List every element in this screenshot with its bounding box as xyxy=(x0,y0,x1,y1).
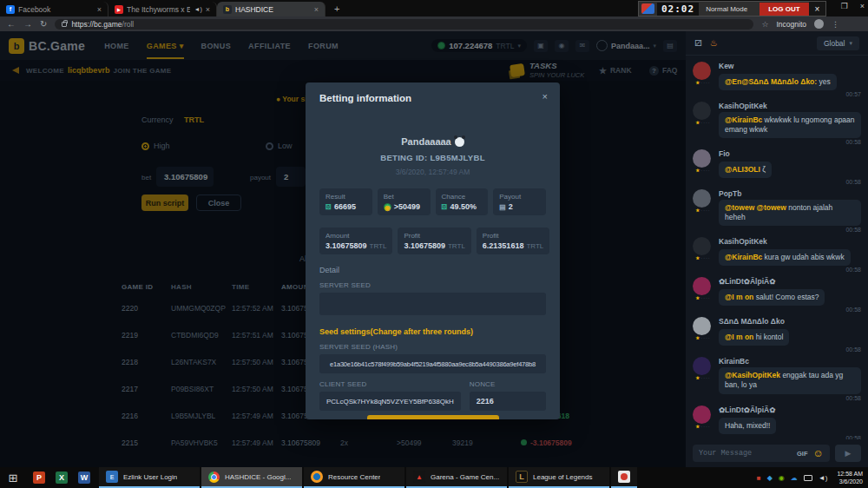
avatar[interactable] xyxy=(693,317,711,335)
avatar[interactable] xyxy=(693,62,711,80)
tab-hashdice[interactable]: b HASHDICE × xyxy=(217,2,326,16)
server-seed-input[interactable] xyxy=(319,293,546,315)
stat-card-chance: Chance⚄49.50% xyxy=(436,188,489,215)
stat-card-bet: Bet◉>50499 xyxy=(378,188,431,215)
taskbar-window-resource[interactable]: Resource Center xyxy=(304,467,404,488)
tab-close-icon[interactable]: × xyxy=(206,5,210,14)
chat-message-body: ✿LinDt✿ÂlpiÂ✿@I m on salut! Como estas?0… xyxy=(719,277,861,313)
user-level: ★···· xyxy=(693,335,713,340)
dice-icon[interactable]: ⚂ xyxy=(694,38,702,48)
chat-username[interactable]: ✿LinDt✿ÂlpiÂ✿ xyxy=(719,277,861,286)
mention[interactable]: @towew @towew xyxy=(725,203,788,212)
drumstick-icon[interactable]: ♨ xyxy=(710,38,718,48)
nvidia-icon[interactable]: ◉ xyxy=(779,474,785,482)
reload-button[interactable]: ↻ xyxy=(40,19,47,29)
chat-username[interactable]: SΔnΔ MΔnΔlo Δko xyxy=(719,317,861,326)
chat-message: ★····✿LinDt✿ÂlpiÂ✿@I m on salut! Como es… xyxy=(693,277,861,313)
tab-facebook[interactable]: f Facebook × xyxy=(0,2,108,16)
tab-audio-icon[interactable]: ◄) xyxy=(194,6,201,12)
cards-icon: ▤ xyxy=(499,203,506,211)
restore-window-button[interactable]: ❐ xyxy=(841,2,848,10)
chat-message: ★····PopTb@towew @towew nonton ajalah he… xyxy=(693,189,861,233)
tray-app-icon[interactable]: ◆ xyxy=(767,474,773,482)
change-seed-button[interactable] xyxy=(367,415,499,419)
taskbar-windows: EEzlink User LoginHASHDICE - Googl...Res… xyxy=(97,467,637,488)
new-tab-button[interactable]: + xyxy=(334,3,339,14)
mention[interactable]: @KirainBc xyxy=(725,253,765,261)
modal-close-icon[interactable]: × xyxy=(542,91,548,102)
mention[interactable]: @I m on xyxy=(725,333,756,341)
start-button[interactable]: ⊞ xyxy=(0,467,26,488)
tray-app-icon[interactable]: ■ xyxy=(757,474,761,482)
gif-button[interactable]: GIF xyxy=(797,450,808,458)
chat-username[interactable]: Kew xyxy=(719,62,861,70)
bet-amounts-row: Amount3.10675809TRTLProfit3.10675809TRTL… xyxy=(319,228,546,254)
chat-username[interactable]: KirainBc xyxy=(719,357,861,366)
volume-icon[interactable]: ◄) xyxy=(819,474,828,482)
avatar[interactable] xyxy=(693,189,711,208)
taskbar-clock[interactable]: 12:58 AM 3/6/2020 xyxy=(833,470,863,485)
taskbar-window-hashdice[interactable]: HASHDICE - Googl... xyxy=(201,467,302,488)
bet-user-name[interactable]: Pandaaaaa xyxy=(401,136,464,147)
logout-button[interactable]: LOG OUT xyxy=(760,3,808,16)
timer-mode-label: Normal Mode xyxy=(699,5,760,13)
chat-username[interactable]: ✿LinDt✿ÂlpiÂ✿ xyxy=(719,406,861,414)
powerpoint-icon[interactable]: P xyxy=(33,472,45,484)
avatar[interactable] xyxy=(693,237,711,255)
mention[interactable]: @KirainBc xyxy=(725,115,765,124)
taskbar-window-league[interactable]: LLeague of Legends xyxy=(509,467,609,488)
address-bar[interactable]: https://bc.game/roll xyxy=(55,19,753,30)
chat-username[interactable]: KasihOpitKek xyxy=(719,102,861,110)
chat-timestamp: 00:58 xyxy=(719,395,861,401)
stat-card-payout: Payout▤2 xyxy=(493,188,546,215)
pinned-apps: PXW xyxy=(26,467,97,488)
chat-username[interactable]: Fio xyxy=(719,149,861,158)
stat-number: 2 xyxy=(509,202,513,211)
chat-message-list[interactable]: ★····Kew@En@SΔnΔ MΔnΔlo Δko: yes00:57★··… xyxy=(686,56,868,439)
onedrive-icon[interactable]: ☁ xyxy=(791,474,798,482)
mention[interactable]: @En@SΔnΔ MΔnΔlo Δko: xyxy=(725,77,819,86)
tab-close-icon[interactable]: × xyxy=(97,5,102,14)
chat-message-input[interactable] xyxy=(699,449,792,458)
avatar[interactable] xyxy=(693,102,711,120)
forward-button[interactable]: → xyxy=(23,19,32,29)
chat-message-left: ★···· xyxy=(693,102,713,145)
timer-close-icon[interactable]: × xyxy=(809,2,826,16)
chat-region-selector[interactable]: Global ▾ xyxy=(817,36,859,50)
taskbar-window-misc[interactable] xyxy=(611,467,637,488)
excel-icon[interactable]: X xyxy=(56,472,68,484)
mention[interactable]: @KasihOpitKek xyxy=(725,371,782,379)
tab-youtube[interactable]: ▶ The Itchyworms x Ely Buend... ◄) × xyxy=(108,2,217,16)
nonce-input[interactable]: 2216 xyxy=(470,392,546,411)
taskbar: ⊞ PXW EEzlink User LoginHASHDICE - Googl… xyxy=(0,467,868,488)
chat-timestamp: 00:58 xyxy=(719,267,861,273)
close-window-button[interactable]: × xyxy=(860,2,865,10)
bookmark-star-icon[interactable]: ☆ xyxy=(761,20,768,29)
chat-bubble: @ALI3OLI ζ xyxy=(719,162,772,178)
chat-username[interactable]: PopTb xyxy=(719,189,861,198)
word-icon[interactable]: W xyxy=(78,472,90,484)
amount-card-profit: Profit3.10675809TRTL xyxy=(398,228,470,254)
mention[interactable]: @ALI3OLI xyxy=(725,165,762,174)
taskbar-window-ezlink[interactable]: EEzlink User Login xyxy=(99,467,200,488)
avatar[interactable] xyxy=(693,406,711,424)
taskbar-window-garena[interactable]: ▲Garena - Game Cen... xyxy=(406,467,507,488)
client-seed-input[interactable]: PCLcQSk7HYk8qN5VZYEY5BfP638QkH xyxy=(319,392,461,411)
mention[interactable]: @I m on xyxy=(725,293,756,301)
chat-message: ★····KasihOpitKek@KirainBc wkwkwk lu ngo… xyxy=(693,102,861,145)
avatar[interactable] xyxy=(693,357,711,375)
taskbar-window-label: Ezlink User Login xyxy=(123,473,177,481)
network-icon[interactable] xyxy=(804,475,812,481)
emoji-icon[interactable]: ☺ xyxy=(813,448,824,458)
avatar[interactable] xyxy=(693,149,711,168)
browser-menu-icon[interactable]: ⋮ xyxy=(832,20,839,29)
back-button[interactable]: ← xyxy=(7,19,16,29)
chat-username[interactable]: KasihOpitKek xyxy=(719,237,861,246)
send-message-button[interactable]: ▶ xyxy=(835,445,861,462)
avatar[interactable] xyxy=(693,277,711,295)
chat-timestamp: 00:58 xyxy=(719,227,861,233)
bcgame-favicon: b xyxy=(223,5,232,14)
tab-close-icon[interactable]: × xyxy=(314,5,319,14)
server-seed-hash-input[interactable]: e1a30e16b41c578f499b59ab4f5219a4f5880aa9… xyxy=(319,354,546,373)
incognito-avatar[interactable] xyxy=(814,19,824,29)
